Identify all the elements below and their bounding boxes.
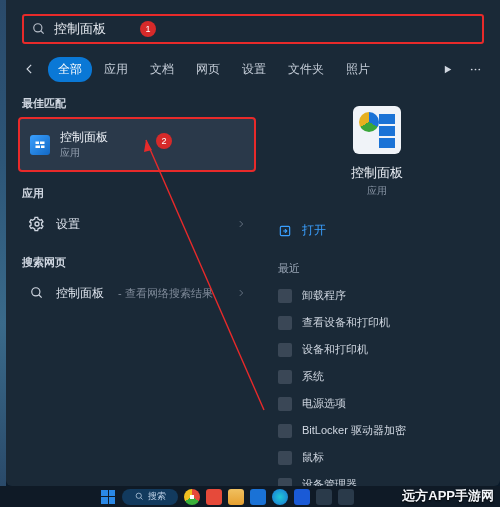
recent-item-label: BitLocker 驱动器加密 [302, 423, 406, 438]
best-match-control-panel[interactable]: 控制面板 应用 2 [18, 117, 256, 172]
taskbar-chrome-icon[interactable] [184, 489, 200, 505]
search-icon [28, 284, 46, 302]
recent-item-icon [278, 451, 292, 465]
annotation-badge-1: 1 [140, 21, 156, 37]
search-filter-tabs: 全部 应用 文档 网页 设置 文件夹 照片 [6, 52, 500, 92]
search-box-highlight: 1 [22, 14, 484, 44]
recent-item-icon [278, 424, 292, 438]
web-item-suffix: - 查看网络搜索结果 [118, 286, 213, 301]
apps-header: 应用 [22, 186, 252, 201]
taskbar-search[interactable]: 搜索 [122, 489, 178, 505]
taskbar-edge-icon[interactable] [272, 489, 288, 505]
tab-photos[interactable]: 照片 [336, 57, 380, 82]
svg-point-4 [474, 68, 476, 70]
svg-rect-8 [36, 145, 41, 148]
recent-item[interactable]: 鼠标 [272, 444, 482, 471]
web-item-label: 控制面板 [56, 285, 104, 302]
detail-title: 控制面板 [272, 164, 482, 182]
more-options-button[interactable] [462, 56, 488, 82]
apps-item-settings[interactable]: 设置 [18, 207, 256, 241]
recent-item[interactable]: 系统 [272, 363, 482, 390]
tab-documents[interactable]: 文档 [140, 57, 184, 82]
search-icon [32, 22, 46, 36]
web-item-control-panel[interactable]: 控制面板 - 查看网络搜索结果 [18, 276, 256, 310]
start-button[interactable] [100, 489, 116, 505]
recent-item-label: 鼠标 [302, 450, 324, 465]
recent-item-icon [278, 370, 292, 384]
control-panel-icon [30, 135, 50, 155]
recent-item[interactable]: 查看设备和打印机 [272, 309, 482, 336]
svg-rect-9 [41, 145, 45, 148]
best-match-title: 控制面板 [60, 129, 108, 146]
open-icon [278, 224, 292, 238]
open-action[interactable]: 打开 [272, 214, 482, 247]
taskbar-app-icon[interactable] [338, 489, 354, 505]
tab-settings[interactable]: 设置 [232, 57, 276, 82]
svg-line-12 [39, 295, 42, 298]
taskbar-store-icon[interactable] [250, 489, 266, 505]
recent-item-label: 设备和打印机 [302, 342, 368, 357]
recent-item-icon [278, 289, 292, 303]
preview-play-button[interactable] [434, 56, 460, 82]
recent-header: 最近 [278, 261, 476, 276]
recent-item[interactable]: 卸载程序 [272, 282, 482, 309]
back-button[interactable] [18, 57, 42, 81]
svg-point-11 [32, 288, 40, 296]
recent-item-icon [278, 316, 292, 330]
recent-item[interactable]: BitLocker 驱动器加密 [272, 417, 482, 444]
recent-item[interactable]: 设备和打印机 [272, 336, 482, 363]
recent-item-icon [278, 397, 292, 411]
recent-item-label: 卸载程序 [302, 288, 346, 303]
best-match-header: 最佳匹配 [22, 96, 252, 111]
taskbar-word-icon[interactable] [294, 489, 310, 505]
tab-folders[interactable]: 文件夹 [278, 57, 334, 82]
detail-subtitle: 应用 [272, 184, 482, 198]
recent-item-icon [278, 343, 292, 357]
search-web-header: 搜索网页 [22, 255, 252, 270]
taskbar-security-icon[interactable] [206, 489, 222, 505]
detail-pane: 控制面板 应用 打开 最近 卸载程序 查看设备和打印机 设备和打印机 系统 电源… [266, 92, 488, 478]
svg-marker-2 [444, 65, 451, 73]
svg-rect-7 [40, 141, 45, 144]
results-left-column: 最佳匹配 控制面板 应用 2 应用 设置 搜索网页 [18, 92, 256, 478]
svg-point-10 [35, 222, 39, 226]
open-label: 打开 [302, 222, 326, 239]
annotation-badge-2: 2 [156, 133, 172, 149]
svg-line-1 [41, 31, 44, 34]
chevron-right-icon [236, 219, 246, 229]
windows-search-panel: 1 全部 应用 文档 网页 设置 文件夹 照片 最佳匹配 控制面板 [6, 0, 500, 486]
svg-point-16 [136, 493, 141, 498]
gear-icon [28, 215, 46, 233]
svg-point-0 [34, 24, 42, 32]
taskbar-explorer-icon[interactable] [228, 489, 244, 505]
svg-point-3 [470, 68, 472, 70]
taskbar-app-icon[interactable] [316, 489, 332, 505]
recent-item-label: 电源选项 [302, 396, 346, 411]
svg-point-5 [478, 68, 480, 70]
best-match-subtitle: 应用 [60, 146, 108, 160]
apps-item-label: 设置 [56, 216, 80, 233]
chevron-right-icon [236, 288, 246, 298]
control-panel-large-icon [353, 106, 401, 154]
tab-apps[interactable]: 应用 [94, 57, 138, 82]
recent-item-label: 系统 [302, 369, 324, 384]
svg-line-17 [140, 498, 142, 500]
recent-item[interactable]: 电源选项 [272, 390, 482, 417]
taskbar-search-label: 搜索 [148, 490, 166, 503]
recent-item-label: 查看设备和打印机 [302, 315, 390, 330]
watermark-text: 远方APP手游网 [402, 487, 494, 505]
tab-all[interactable]: 全部 [48, 57, 92, 82]
search-input[interactable] [54, 22, 474, 37]
tab-web[interactable]: 网页 [186, 57, 230, 82]
svg-rect-6 [36, 141, 40, 144]
